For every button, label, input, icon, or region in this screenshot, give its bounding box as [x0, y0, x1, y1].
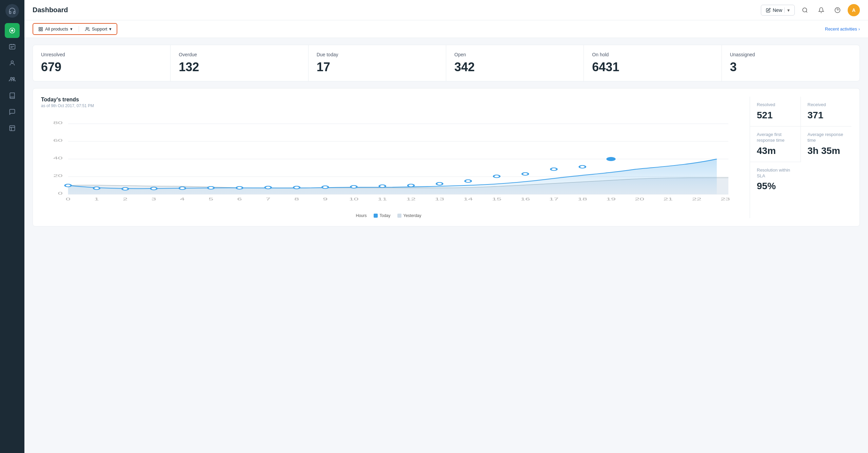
stat-label-open: Open: [454, 52, 575, 57]
filter-divider: [79, 26, 79, 32]
svg-text:15: 15: [492, 197, 501, 201]
metric-label-avg-response: Average responsetime: [808, 132, 845, 143]
stat-overdue: Overdue 132: [171, 45, 308, 81]
svg-point-35: [208, 186, 214, 189]
svg-point-48: [579, 165, 586, 168]
metric-avg-response: Average responsetime 3h 35m: [801, 126, 852, 162]
stat-label-unresolved: Unresolved: [41, 52, 162, 57]
svg-text:11: 11: [378, 197, 387, 201]
svg-point-11: [803, 8, 807, 12]
svg-text:18: 18: [578, 197, 587, 201]
stat-value-open: 342: [454, 60, 575, 74]
svg-text:3: 3: [152, 197, 156, 201]
new-button-arrow[interactable]: ▾: [784, 7, 790, 13]
svg-text:9: 9: [323, 197, 328, 201]
svg-point-43: [436, 182, 442, 185]
metric-label-received: Received: [808, 102, 845, 108]
metric-value-avg-response: 3h 35m: [808, 145, 845, 156]
svg-rect-10: [10, 126, 15, 131]
metric-value-sla: 95%: [757, 181, 845, 192]
svg-text:21: 21: [664, 197, 673, 201]
users-icon: [85, 27, 90, 32]
sidebar-item-groups[interactable]: [5, 72, 20, 87]
svg-point-38: [294, 186, 300, 189]
legend-dot-today: [374, 214, 378, 218]
sidebar-item-reports[interactable]: [5, 121, 20, 136]
svg-point-7: [11, 61, 14, 63]
svg-point-46: [522, 173, 528, 175]
sidebar-item-tickets[interactable]: [5, 39, 20, 54]
stats-grid: Unresolved 679 Overdue 132 Due today 17 …: [33, 45, 860, 81]
all-products-chevron: ▾: [70, 26, 73, 32]
stat-label-overdue: Overdue: [179, 52, 300, 57]
svg-text:1: 1: [94, 197, 99, 201]
svg-text:0: 0: [58, 191, 63, 196]
recent-activities-label: Recent activities: [825, 26, 857, 32]
svg-text:6: 6: [237, 197, 242, 201]
stat-label-on-hold: On hold: [592, 52, 713, 57]
svg-point-49: [607, 157, 615, 161]
sidebar-item-contacts[interactable]: [5, 56, 20, 71]
sidebar-item-chat[interactable]: [5, 104, 20, 119]
chart-section: Today's trends as of 9th Oct 2017, 07:51…: [33, 88, 860, 226]
metric-value-resolved: 521: [757, 110, 794, 121]
search-button[interactable]: [799, 4, 811, 16]
main-area: Dashboard New ▾: [24, 0, 868, 453]
stat-on-hold: On hold 6431: [584, 45, 722, 81]
stat-value-on-hold: 6431: [592, 60, 713, 74]
svg-point-31: [94, 187, 100, 190]
notifications-button[interactable]: [815, 4, 827, 16]
svg-point-9: [13, 77, 15, 79]
chart-left: Today's trends as of 9th Oct 2017, 07:51…: [41, 97, 736, 218]
chart-x-label: Hours: [356, 213, 367, 218]
sidebar-item-knowledge[interactable]: [5, 88, 20, 103]
svg-point-36: [236, 186, 242, 189]
svg-text:10: 10: [349, 197, 359, 201]
svg-text:2: 2: [123, 197, 127, 201]
svg-text:80: 80: [53, 121, 63, 125]
svg-point-41: [379, 185, 386, 188]
support-filter[interactable]: Support ▾: [81, 25, 116, 33]
metric-sla: Resolution withinSLA 95%: [750, 162, 851, 197]
header-actions: New ▾ A: [761, 4, 860, 16]
avatar[interactable]: A: [848, 4, 860, 16]
stat-open: Open 342: [446, 45, 584, 81]
svg-point-42: [408, 184, 414, 187]
header: Dashboard New ▾: [24, 0, 868, 20]
bell-icon: [818, 7, 824, 13]
svg-text:40: 40: [53, 156, 63, 160]
svg-text:20: 20: [53, 174, 63, 178]
support-label: Support: [92, 26, 107, 32]
svg-rect-18: [41, 29, 42, 31]
page-title: Dashboard: [33, 6, 68, 14]
svg-point-44: [465, 180, 471, 182]
stat-due-today: Due today 17: [309, 45, 446, 81]
recent-activities-link[interactable]: Recent activities ›: [825, 26, 860, 32]
svg-text:16: 16: [520, 197, 530, 201]
legend-today: Today: [374, 213, 391, 218]
metrics-panel: Resolved 521 Received 371 Average firstr…: [750, 97, 851, 218]
all-products-filter[interactable]: All products ▾: [34, 25, 77, 33]
metric-label-sla: Resolution withinSLA: [757, 168, 845, 179]
all-products-label: All products: [45, 26, 68, 32]
svg-point-32: [122, 188, 128, 190]
svg-text:23: 23: [721, 197, 730, 201]
svg-text:4: 4: [180, 197, 185, 201]
metric-avg-first-response: Average firstresponse time 43m: [750, 126, 801, 162]
help-icon: [834, 7, 841, 13]
sidebar-item-dashboard[interactable]: [5, 23, 20, 38]
svg-text:19: 19: [606, 197, 616, 201]
svg-text:17: 17: [549, 197, 559, 201]
stat-unassigned: Unassigned 3: [722, 45, 860, 81]
svg-text:7: 7: [266, 197, 271, 201]
stat-label-due-today: Due today: [317, 52, 438, 57]
svg-point-47: [551, 168, 557, 171]
help-button[interactable]: [831, 4, 844, 16]
stat-unresolved: Unresolved 679: [33, 45, 171, 81]
svg-point-33: [151, 187, 157, 190]
grid-icon: [38, 27, 43, 32]
svg-point-19: [86, 27, 88, 29]
legend-today-label: Today: [380, 213, 391, 218]
svg-rect-16: [41, 27, 42, 28]
new-button[interactable]: New ▾: [761, 5, 795, 16]
